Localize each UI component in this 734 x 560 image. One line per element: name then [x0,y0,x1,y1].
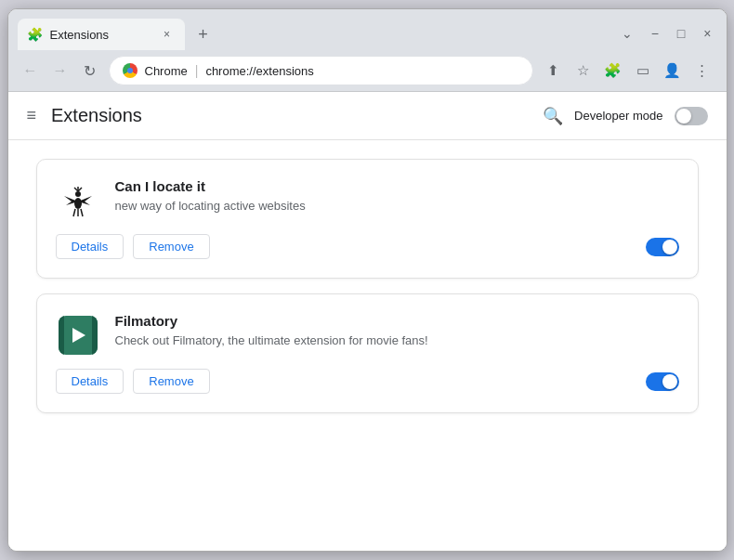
bookmark-icon[interactable]: ☆ [570,58,596,84]
browser-window: 🧩 Extensions × + ⌄ − □ × ← → ↻ Chrome | … [7,8,727,552]
share-icon[interactable]: ⬆ [541,58,567,84]
tab-title: Extensions [50,28,151,42]
play-icon [72,328,85,343]
ext-toggle-filmatory[interactable] [646,372,679,391]
url-actions: ⬆ ☆ 🧩 ▭ 👤 ⋮ [541,58,715,84]
chrome-logo [123,63,138,78]
ext-name-filmatory: Filmatory [115,313,679,329]
minimize-button[interactable]: − [646,24,664,43]
remove-button-locate[interactable]: Remove [133,234,209,259]
filmatory-icon [59,316,98,355]
dev-mode-toggle[interactable] [675,107,708,125]
new-tab-button[interactable]: + [190,21,216,47]
title-bar: 🧩 Extensions × + ⌄ − □ × [8,9,727,50]
search-button[interactable]: 🔍 [543,106,563,126]
menu-icon[interactable]: ⋮ [689,58,715,84]
active-tab[interactable]: 🧩 Extensions × [18,19,185,50]
ext-icon-filmatory [56,313,100,358]
ext-actions-filmatory: Details Remove [56,369,679,394]
header-right: 🔍 Developer mode [543,106,707,126]
ext-actions-locate: Details Remove [56,234,679,259]
svg-point-1 [75,191,81,197]
maximize-button[interactable]: □ [672,24,690,43]
forward-button[interactable]: → [49,59,72,82]
dev-mode-label: Developer mode [574,109,662,123]
ext-info-filmatory: Filmatory Check out Filmatory, the ultim… [56,313,679,358]
ext-info-locate: Can I locate it new way of locating acti… [56,178,679,223]
ext-icon-locate [56,178,100,223]
ext-toggle-wrap-locate [646,238,679,256]
ext-toggle-wrap-filmatory [646,372,679,391]
ext-desc-locate: new way of locating active websites [115,198,679,215]
details-button-locate[interactable]: Details [56,234,125,259]
url-bar[interactable]: Chrome | chrome://extensions [109,56,533,85]
remove-button-filmatory[interactable]: Remove [133,369,209,394]
extension-card-filmatory: Filmatory Check out Filmatory, the ultim… [36,293,699,413]
ext-details-locate: Can I locate it new way of locating acti… [115,178,679,215]
close-button[interactable]: × [698,24,716,43]
ext-desc-filmatory: Check out Filmatory, the ultimate extens… [115,332,679,349]
extensions-icon[interactable]: 🧩 [600,58,626,84]
profile-icon[interactable]: 👤 [660,58,686,84]
ext-details-filmatory: Filmatory Check out Filmatory, the ultim… [115,313,679,349]
url-address: chrome://extensions [205,64,313,78]
extensions-list: Can I locate it new way of locating acti… [8,140,727,432]
extension-icon: 🧩 [27,27,43,42]
reload-button[interactable]: ↻ [79,59,101,82]
page-title: Extensions [51,105,543,126]
tab-close-button[interactable]: × [159,26,176,43]
ext-toggle-locate[interactable] [646,238,679,256]
url-separator: | [195,63,199,78]
extension-card-locate: Can I locate it new way of locating acti… [36,159,699,279]
sidebar-icon[interactable]: ▭ [630,58,656,84]
url-chrome-label: Chrome [145,64,188,78]
chevron-icon: ⌄ [616,24,638,43]
svg-point-0 [74,198,82,209]
back-button[interactable]: ← [20,59,42,82]
hamburger-menu-button[interactable]: ≡ [27,106,37,125]
ext-name-locate: Can I locate it [115,178,679,194]
window-controls: ⌄ − □ × [616,24,717,43]
address-bar: ← → ↻ Chrome | chrome://extensions ⬆ ☆ 🧩… [8,50,727,92]
details-button-filmatory[interactable]: Details [56,369,125,394]
content-area: ≡ Extensions 🔍 Developer mode [8,92,727,551]
extensions-header: ≡ Extensions 🔍 Developer mode [8,92,727,140]
